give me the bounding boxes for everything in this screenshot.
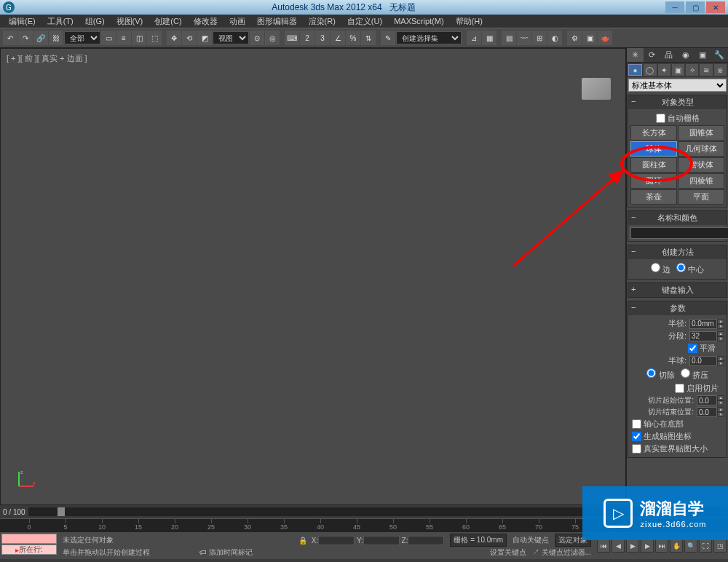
- next-frame-icon[interactable]: ▶: [641, 539, 654, 553]
- tab-motion-icon[interactable]: ◉: [678, 48, 695, 62]
- select-icon[interactable]: ▭: [101, 31, 116, 45]
- subtab-shapes-icon[interactable]: ◯: [644, 64, 656, 76]
- object-name-input[interactable]: [630, 227, 728, 239]
- sliceon-checkbox[interactable]: [675, 384, 684, 393]
- tab-display-icon[interactable]: ▣: [695, 48, 711, 62]
- menu-animation[interactable]: 动画: [223, 15, 251, 28]
- scale-icon[interactable]: ◩: [197, 31, 212, 45]
- tab-create-icon[interactable]: ✳: [627, 48, 644, 62]
- layers-icon[interactable]: ▤: [502, 31, 516, 45]
- align-icon[interactable]: ▦: [482, 31, 496, 45]
- y-input[interactable]: [363, 536, 400, 545]
- minimize-button[interactable]: ─: [665, 1, 684, 13]
- link-icon[interactable]: 🔗: [33, 31, 48, 45]
- rollout-name-color[interactable]: 名称和颜色: [628, 211, 727, 225]
- rollout-keyboard-entry[interactable]: 键盘输入: [628, 283, 727, 297]
- ref-coord-dropdown[interactable]: 视图: [213, 31, 249, 44]
- sliceto-input[interactable]: [697, 407, 717, 417]
- menu-views[interactable]: 视图(V): [111, 15, 149, 28]
- pan-icon[interactable]: ✋: [670, 539, 683, 553]
- prim-cylinder[interactable]: 圆柱体: [630, 157, 677, 173]
- undo-icon[interactable]: ↶: [3, 31, 17, 45]
- spinner-up-icon[interactable]: ▲: [717, 331, 724, 336]
- smooth-checkbox[interactable]: [688, 344, 697, 353]
- spinner-up-icon[interactable]: ▲: [717, 356, 724, 361]
- time-handle[interactable]: [58, 507, 65, 516]
- menu-customize[interactable]: 自定义(U): [341, 15, 388, 28]
- basepivot-checkbox[interactable]: [632, 419, 641, 429]
- subtab-spacewarps-icon[interactable]: ≋: [700, 64, 712, 76]
- z-input[interactable]: [408, 536, 444, 545]
- menu-group[interactable]: 组(G): [79, 15, 111, 28]
- window-crossing-icon[interactable]: ⬚: [147, 31, 162, 45]
- tab-utilities-icon[interactable]: 🔧: [711, 48, 728, 62]
- pivot-icon[interactable]: ⊙: [250, 31, 264, 45]
- prim-plane[interactable]: 平面: [678, 189, 724, 205]
- chop-radio[interactable]: [646, 368, 656, 378]
- subtab-geometry-icon[interactable]: ●: [628, 64, 642, 76]
- play-icon[interactable]: ▶: [626, 539, 639, 553]
- goto-end-icon[interactable]: ⏭: [655, 539, 668, 553]
- prim-box[interactable]: 长方体: [630, 125, 677, 140]
- slicefrom-input[interactable]: [697, 395, 717, 405]
- rollout-parameters[interactable]: 参数: [628, 301, 727, 315]
- rollout-object-type[interactable]: 对象类型: [628, 95, 727, 109]
- select-region-icon[interactable]: ◫: [132, 31, 146, 45]
- select-name-icon[interactable]: ≡: [116, 31, 131, 45]
- prim-sphere[interactable]: 球体: [630, 141, 677, 157]
- method-center-radio[interactable]: [676, 263, 686, 272]
- prim-cone[interactable]: 圆锥体: [678, 125, 724, 140]
- snap-3d-icon[interactable]: 3: [315, 31, 330, 45]
- curve-editor-icon[interactable]: 〰: [517, 31, 531, 45]
- menu-maxscript[interactable]: MAXScript(M): [388, 15, 449, 27]
- prev-frame-icon[interactable]: ◀: [612, 539, 625, 553]
- prim-tube[interactable]: 管状体: [678, 157, 724, 173]
- prim-torus[interactable]: 圆环: [630, 173, 677, 189]
- menu-modifiers[interactable]: 修改器: [188, 15, 223, 28]
- spinner-down-icon[interactable]: ▼: [717, 361, 724, 366]
- subtab-lights-icon[interactable]: ✦: [658, 64, 670, 76]
- tab-modify-icon[interactable]: ⟳: [644, 48, 660, 62]
- spinner-up-icon[interactable]: ▲: [717, 395, 724, 400]
- spinner-down-icon[interactable]: ▼: [717, 336, 724, 341]
- at-row-button[interactable]: ▸所在行:: [1, 545, 57, 555]
- render-icon[interactable]: 🫖: [598, 31, 612, 45]
- close-button[interactable]: ✕: [706, 1, 725, 13]
- spinner-down-icon[interactable]: ▼: [717, 412, 724, 417]
- render-setup-icon[interactable]: ⚙: [567, 31, 582, 45]
- subtab-helpers-icon[interactable]: ✧: [686, 64, 698, 76]
- viewcube[interactable]: [582, 78, 611, 100]
- manipulate-icon[interactable]: ◎: [265, 31, 280, 45]
- rollout-creation-method[interactable]: 创建方法: [628, 245, 727, 259]
- segments-input[interactable]: [689, 331, 717, 341]
- setkey-label[interactable]: 设置关键点: [490, 547, 526, 558]
- goto-start-icon[interactable]: ⏮: [597, 539, 610, 553]
- keyfilter-label[interactable]: ↗ 关键点过滤器...: [532, 547, 591, 558]
- menu-rendering[interactable]: 渲染(R): [303, 15, 341, 28]
- rotate-icon[interactable]: ⟲: [182, 31, 197, 45]
- primitive-category-dropdown[interactable]: 标准基本体: [628, 79, 727, 92]
- menu-create[interactable]: 创建(C): [149, 15, 187, 28]
- zoom-icon[interactable]: 🔍: [684, 539, 697, 553]
- tab-hierarchy-icon[interactable]: 品: [660, 48, 677, 62]
- viewport-front[interactable]: [ + ][ 前 ][ 真实 + 边面 ] z x: [0, 48, 626, 505]
- material-editor-icon[interactable]: ◐: [547, 31, 562, 45]
- app-icon[interactable]: G: [3, 1, 15, 13]
- maximize-button[interactable]: ▢: [686, 1, 705, 13]
- spinner-up-icon[interactable]: ▲: [717, 407, 724, 412]
- subtab-cameras-icon[interactable]: ▣: [672, 64, 684, 76]
- lock-icon[interactable]: 🔒: [298, 537, 307, 545]
- x-input[interactable]: [318, 536, 355, 545]
- spinner-snap-icon[interactable]: ⇅: [361, 31, 376, 45]
- redo-icon[interactable]: ↷: [18, 31, 33, 45]
- menu-graph[interactable]: 图形编辑器: [251, 15, 303, 28]
- zoom-extents-icon[interactable]: ⛶: [699, 539, 712, 553]
- hemisphere-input[interactable]: [689, 356, 717, 366]
- spinner-up-icon[interactable]: ▲: [717, 319, 724, 324]
- prim-teapot[interactable]: 茶壶: [630, 189, 677, 205]
- add-time-tag[interactable]: 🏷 添加时间标记: [199, 547, 253, 558]
- maximize-viewport-icon[interactable]: ◳: [713, 539, 727, 553]
- schematic-icon[interactable]: ⊞: [532, 31, 547, 45]
- keyboard-shortcut-icon[interactable]: ⌨: [285, 31, 299, 45]
- spinner-down-icon[interactable]: ▼: [717, 324, 724, 329]
